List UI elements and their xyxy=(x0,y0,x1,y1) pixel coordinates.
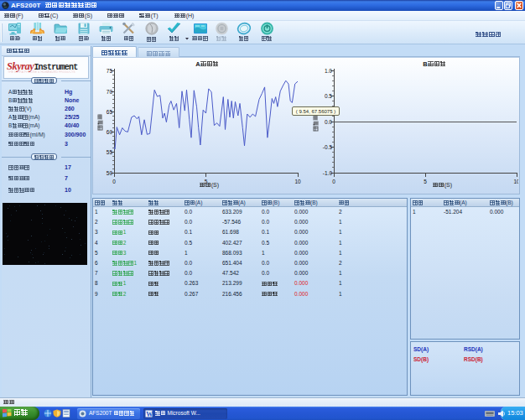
svg-text:5: 5 xyxy=(424,179,427,184)
svg-text:W: W xyxy=(146,411,153,418)
svg-text:0.0: 0.0 xyxy=(325,119,332,125)
svg-text:10: 10 xyxy=(294,179,301,184)
svg-text:-0.5: -0.5 xyxy=(323,144,333,150)
svg-text:10: 10 xyxy=(513,179,518,184)
svg-text:50: 50 xyxy=(107,170,113,176)
svg-text:-1.0: -1.0 xyxy=(323,170,333,176)
svg-text:75: 75 xyxy=(107,68,113,74)
svg-text:70: 70 xyxy=(107,89,113,95)
svg-text:0.5: 0.5 xyxy=(325,93,332,99)
svg-text:55: 55 xyxy=(107,149,113,155)
svg-text:0: 0 xyxy=(332,179,335,184)
svg-text:1.0: 1.0 xyxy=(325,68,332,74)
svg-text:60: 60 xyxy=(107,129,113,135)
svg-text:0: 0 xyxy=(112,179,116,184)
svg-text:65: 65 xyxy=(107,109,113,115)
